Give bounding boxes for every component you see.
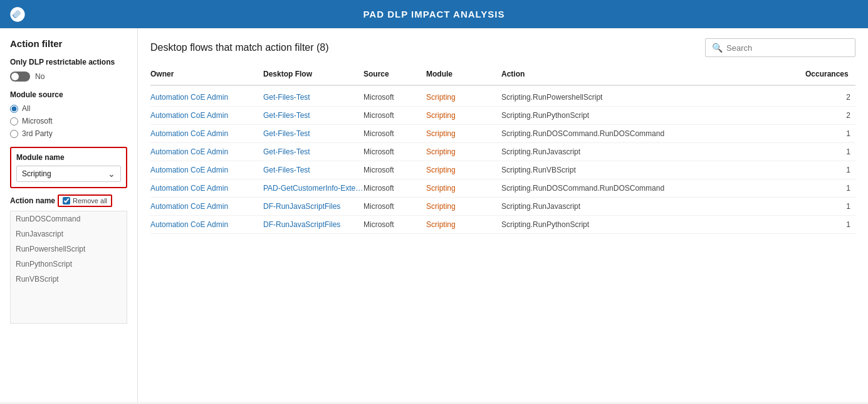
table-row: Automation CoE AdminDF-RunJavaScriptFile… (150, 216, 855, 234)
search-input[interactable] (726, 43, 849, 53)
content-title: Desktop flows that match action filter (… (150, 42, 329, 53)
owner-cell[interactable]: Automation CoE Admin (150, 201, 263, 212)
main-layout: Action filter Only DLP restrictable acti… (0, 28, 868, 402)
occurrences-cell: 1 (805, 201, 855, 212)
header-logo (9, 6, 26, 23)
source-cell: Microsoft (363, 201, 426, 212)
action-list-item[interactable]: RunVBScript (11, 272, 127, 287)
desktop-flow-cell[interactable]: PAD-GetCustomerInfo-External (263, 183, 363, 194)
module-source-label: Module source (10, 90, 127, 99)
dlp-toggle[interactable] (10, 72, 30, 82)
source-cell: Microsoft (363, 219, 426, 230)
action-name-label: Action name (10, 196, 55, 205)
desktop-flow-cell[interactable]: DF-RunJavaScriptFiles (263, 219, 363, 230)
action-cell: Scripting.RunJavascript (501, 201, 805, 212)
action-list-item[interactable]: RunDOSCommand (11, 211, 127, 226)
action-cell: Scripting.RunPythonScript (501, 110, 805, 121)
action-cell: Scripting.RunVBScript (501, 164, 805, 176)
owner-cell[interactable]: Automation CoE Admin (150, 128, 263, 139)
table-row: Automation CoE AdminPAD-GetCustomerInfo-… (150, 179, 855, 198)
toggle-row: No (10, 72, 127, 82)
table-row: Automation CoE AdminGet-Files-TestMicros… (150, 161, 855, 179)
module-cell: Scripting (426, 128, 501, 139)
table-column-header: Occurances (805, 67, 855, 81)
desktop-flow-cell[interactable]: Get-Files-Test (263, 128, 363, 139)
action-cell: Scripting.RunPowershellScript (501, 92, 805, 103)
module-cell: Scripting (426, 219, 501, 230)
sidebar-title: Action filter (10, 38, 127, 49)
action-list-item[interactable]: RunPythonScript (11, 257, 127, 272)
module-cell: Scripting (426, 146, 501, 157)
only-dlp-label: Only DLP restrictable actions (10, 58, 127, 66)
occurrences-cell: 1 (805, 146, 855, 157)
table-row: Automation CoE AdminGet-Files-TestMicros… (150, 125, 855, 143)
toggle-value: No (35, 72, 44, 81)
paw-icon (9, 6, 26, 23)
chevron-down-icon: ⌄ (108, 169, 115, 179)
occurrences-cell: 1 (805, 183, 855, 194)
owner-cell[interactable]: Automation CoE Admin (150, 219, 263, 230)
module-name-section: Module name Scripting ⌄ (10, 147, 127, 188)
occurrences-cell: 1 (805, 219, 855, 230)
search-box[interactable]: 🔍 (705, 38, 855, 57)
radio-microsoft[interactable]: Microsoft (10, 117, 127, 125)
table-body: Automation CoE AdminGet-Files-TestMicros… (150, 88, 855, 234)
action-cell: Scripting.RunJavascript (501, 146, 805, 157)
radio-3rdparty[interactable]: 3rd Party (10, 129, 127, 138)
action-list: RunDOSCommandRunJavascriptRunPowershellS… (10, 211, 127, 324)
table-row: Automation CoE AdminGet-Files-TestMicros… (150, 107, 855, 125)
radio-3rdparty-label: 3rd Party (22, 129, 53, 138)
module-cell: Scripting (426, 201, 501, 212)
radio-3rdparty-input[interactable] (10, 130, 18, 138)
table-column-header: Owner (150, 67, 263, 81)
owner-cell[interactable]: Automation CoE Admin (150, 146, 263, 157)
table-row: Automation CoE AdminGet-Files-TestMicros… (150, 143, 855, 161)
action-list-item[interactable]: RunPowershellScript (11, 242, 127, 257)
action-name-header: Action name Remove all (10, 194, 127, 207)
desktop-flow-cell[interactable]: Get-Files-Test (263, 164, 363, 176)
radio-microsoft-label: Microsoft (22, 117, 53, 125)
occurrences-cell: 2 (805, 92, 855, 103)
content-header: Desktop flows that match action filter (… (150, 38, 855, 57)
remove-all-checkbox[interactable] (63, 197, 70, 205)
module-cell: Scripting (426, 164, 501, 176)
sidebar: Action filter Only DLP restrictable acti… (0, 28, 138, 402)
table-header: OwnerDesktop FlowSourceModuleActionOccur… (150, 67, 855, 86)
main-content: Desktop flows that match action filter (… (138, 28, 868, 402)
owner-cell[interactable]: Automation CoE Admin (150, 164, 263, 176)
action-list-item[interactable]: RunJavascript (11, 226, 127, 242)
occurrences-cell: 2 (805, 110, 855, 121)
data-table: OwnerDesktop FlowSourceModuleActionOccur… (150, 67, 855, 234)
owner-cell[interactable]: Automation CoE Admin (150, 110, 263, 121)
table-row: Automation CoE AdminGet-Files-TestMicros… (150, 88, 855, 107)
table-row: Automation CoE AdminDF-RunJavaScriptFile… (150, 198, 855, 216)
module-cell: Scripting (426, 92, 501, 103)
action-cell: Scripting.RunDOSCommand.RunDOSCommand (501, 128, 805, 139)
remove-all-text: Remove all (73, 197, 107, 205)
module-source-radio-group: All Microsoft 3rd Party (10, 104, 127, 138)
desktop-flow-cell[interactable]: Get-Files-Test (263, 92, 363, 103)
app-header: PAD DLP IMPACT ANALYSIS (0, 0, 868, 28)
remove-all-box[interactable]: Remove all (58, 194, 112, 207)
module-name-dropdown[interactable]: Scripting ⌄ (16, 166, 121, 182)
module-name-value: Scripting (22, 169, 51, 178)
table-column-header: Module (426, 67, 501, 81)
radio-all-input[interactable] (10, 105, 18, 113)
owner-cell[interactable]: Automation CoE Admin (150, 92, 263, 103)
action-cell: Scripting.RunPythonScript (501, 219, 805, 230)
desktop-flow-cell[interactable]: Get-Files-Test (263, 110, 363, 121)
radio-all[interactable]: All (10, 104, 127, 113)
module-name-label: Module name (16, 153, 121, 162)
occurrences-cell: 1 (805, 164, 855, 176)
table-column-header: Desktop Flow (263, 67, 363, 81)
module-cell: Scripting (426, 110, 501, 121)
table-column-header: Action (501, 67, 805, 81)
desktop-flow-cell[interactable]: DF-RunJavaScriptFiles (263, 201, 363, 212)
owner-cell[interactable]: Automation CoE Admin (150, 183, 263, 194)
source-cell: Microsoft (363, 92, 426, 103)
occurrences-cell: 1 (805, 128, 855, 139)
source-cell: Microsoft (363, 128, 426, 139)
radio-microsoft-input[interactable] (10, 117, 18, 125)
desktop-flow-cell[interactable]: Get-Files-Test (263, 146, 363, 157)
module-source-section: Module source All Microsoft 3rd Party (10, 90, 127, 138)
